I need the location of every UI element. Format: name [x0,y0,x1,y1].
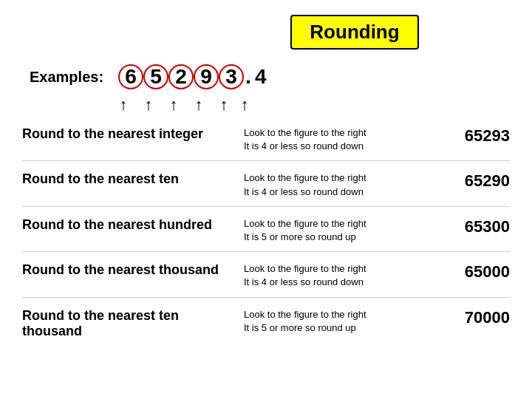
page-container: Rounding Examples: 6 5 2 9 3 . 4 ↑ ↑ ↑ ↑… [0,0,532,399]
row1-label: Round to the nearest integer [22,125,244,142]
title-box: Rounding [290,15,418,50]
row2-result: 65290 [436,170,510,191]
arrow-4: ↑ [186,95,211,115]
digit-9: 9 [194,64,219,89]
arrow-2: ↑ [136,95,161,115]
row3-label: Round to the nearest hundred [22,216,244,233]
row3-explanation: Look to the figure to the right It is 5 … [244,216,436,244]
examples-label: Examples: [30,69,103,86]
digit-2: 2 [168,64,194,89]
row1-explanation: Look to the figure to the right It is 4 … [244,125,436,153]
arrow-3: ↑ [161,95,186,115]
row3-result: 65300 [436,216,510,236]
digit-5: 5 [143,64,168,89]
row4-label: Round to the nearest thousand [22,261,244,278]
table-row: Round to the nearest ten Look to the fig… [22,170,510,206]
row5-explanation: Look to the figure to the right It is 5 … [244,307,436,335]
decimal-point: . [245,65,251,89]
page-title: Rounding [310,21,399,43]
table-row: Round to the nearest integer Look to the… [22,125,510,161]
arrows-row: ↑ ↑ ↑ ↑ ↑ ↑ [111,95,510,115]
row5-result: 70000 [436,307,510,327]
row1-result: 65293 [436,125,510,146]
table-row: Round to the nearest ten thousand Look t… [22,307,510,347]
arrow-6: ↑ [236,95,253,115]
row5-label: Round to the nearest ten thousand [22,307,244,339]
table-row: Round to the nearest thousand Look to th… [22,261,510,297]
number-display: 6 5 2 9 3 . 4 [118,64,269,89]
examples-row: Examples: 6 5 2 9 3 . 4 [30,64,510,89]
digit-4: 4 [253,64,269,89]
digit-6: 6 [118,64,143,89]
row4-explanation: Look to the figure to the right It is 4 … [244,261,436,289]
rounding-table: Round to the nearest integer Look to the… [22,125,510,347]
digit-3: 3 [219,64,244,89]
row2-label: Round to the nearest ten [22,170,244,187]
arrow-1: ↑ [111,95,136,115]
row2-explanation: Look to the figure to the right It is 4 … [244,170,436,198]
arrow-5: ↑ [211,95,236,115]
row4-result: 65000 [436,261,510,282]
table-row: Round to the nearest hundred Look to the… [22,216,510,252]
